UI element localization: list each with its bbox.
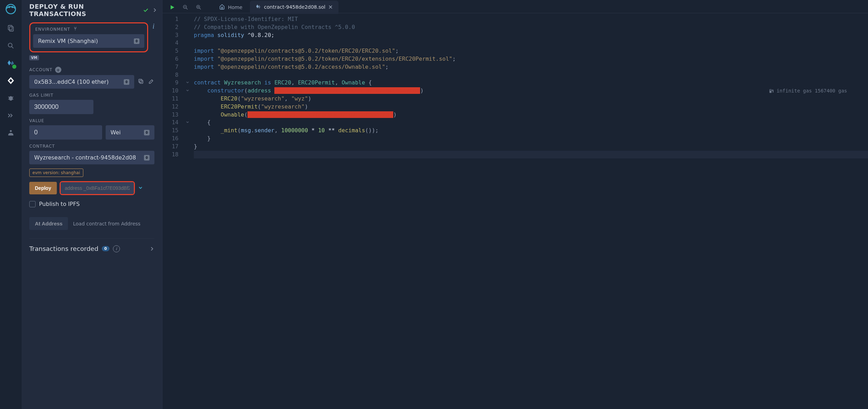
updown-icon bbox=[144, 155, 150, 161]
account-value: 0x5B3...eddC4 (100 ether) bbox=[34, 79, 109, 85]
expand-args-icon[interactable] bbox=[138, 185, 143, 192]
info-icon[interactable]: i bbox=[150, 22, 154, 30]
chevron-right-icon bbox=[150, 246, 154, 251]
search-icon[interactable] bbox=[5, 40, 16, 51]
run-icon[interactable] bbox=[167, 2, 178, 13]
panel-header: DEPLOY & RUN TRANSACTIONS bbox=[22, 0, 162, 20]
code-content[interactable]: // SPDX-License-Identifier: MIT// Compat… bbox=[192, 15, 868, 409]
debugger-icon[interactable] bbox=[5, 92, 16, 104]
deploy-panel: DEPLOY & RUN TRANSACTIONS ENVIRONMENT Re… bbox=[22, 0, 162, 409]
transactions-recorded-row[interactable]: Transactions recorded 0 i bbox=[29, 245, 154, 252]
divider bbox=[29, 238, 154, 239]
deploy-args-highlight bbox=[60, 181, 135, 195]
value-unit-select[interactable]: Wei bbox=[106, 125, 154, 140]
evm-version-note: evm version: shanghai bbox=[29, 169, 83, 177]
compile-success-badge bbox=[12, 64, 17, 69]
line-number-gutter: 123456789101112131415161718 bbox=[162, 15, 183, 409]
svg-marker-15 bbox=[171, 5, 175, 9]
account-label: ACCOUNT + bbox=[29, 67, 154, 73]
plug-icon bbox=[73, 26, 78, 32]
solidity-analyzer-icon[interactable] bbox=[5, 110, 16, 121]
contract-select[interactable]: Wyzresearch - contract-9458de2d08 bbox=[29, 151, 154, 164]
fold-gutter[interactable] bbox=[183, 15, 192, 409]
info-circle-icon[interactable]: i bbox=[113, 245, 120, 252]
at-address-button[interactable]: At Address bbox=[29, 217, 68, 230]
contract-value: Wyzresearch - contract-9458de2d08 bbox=[34, 154, 136, 161]
code-editor[interactable]: 123456789101112131415161718 // SPDX-Lice… bbox=[162, 13, 868, 409]
environment-select[interactable]: Remix VM (Shanghai) bbox=[33, 34, 144, 48]
solidity-file-icon bbox=[256, 4, 261, 10]
close-tab-icon[interactable]: ✕ bbox=[328, 4, 333, 10]
updown-icon bbox=[144, 130, 150, 135]
account-select[interactable]: 0x5B3...eddC4 (100 ether) bbox=[29, 75, 134, 89]
deploy-args-input[interactable] bbox=[61, 182, 134, 194]
edit-account-icon[interactable] bbox=[148, 78, 154, 85]
add-account-icon[interactable]: + bbox=[55, 67, 61, 73]
svg-rect-14 bbox=[140, 80, 143, 83]
environment-highlight: ENVIRONMENT Remix VM (Shanghai) bbox=[29, 22, 148, 52]
activity-bar bbox=[0, 0, 22, 409]
value-label: VALUE bbox=[29, 118, 154, 123]
svg-line-10 bbox=[8, 99, 10, 99]
sol-compiler-icon[interactable] bbox=[5, 58, 16, 69]
svg-line-9 bbox=[12, 97, 14, 97]
deploy-button[interactable]: Deploy bbox=[29, 182, 57, 194]
svg-point-0 bbox=[6, 5, 16, 14]
svg-point-7 bbox=[9, 96, 13, 101]
copy-account-icon[interactable] bbox=[138, 78, 144, 85]
value-unit: Wei bbox=[111, 129, 121, 136]
zoom-in-icon[interactable] bbox=[193, 2, 204, 13]
check-icon bbox=[143, 7, 149, 13]
svg-point-5 bbox=[8, 43, 12, 47]
at-address-hint: Load contract from Address bbox=[73, 221, 140, 226]
environment-value: Remix VM (Shanghai) bbox=[38, 38, 98, 44]
gas-pump-icon bbox=[768, 88, 774, 94]
file-explorer-icon[interactable] bbox=[5, 23, 16, 34]
gas-limit-input[interactable] bbox=[29, 100, 93, 114]
zoom-out-icon[interactable] bbox=[180, 2, 191, 13]
tx-count-badge: 0 bbox=[102, 246, 109, 251]
updown-icon bbox=[134, 38, 139, 44]
updown-icon bbox=[124, 79, 129, 85]
learn-icon[interactable] bbox=[5, 127, 16, 139]
value-input[interactable] bbox=[29, 125, 102, 140]
editor-toolbar: Home contract-9458de2d08.sol ✕ bbox=[162, 0, 868, 13]
tab-contract-file[interactable]: contract-9458de2d08.sol ✕ bbox=[250, 1, 338, 14]
svg-point-12 bbox=[10, 130, 12, 132]
environment-label: ENVIRONMENT bbox=[33, 26, 144, 32]
svg-rect-13 bbox=[139, 79, 142, 82]
deploy-run-icon[interactable] bbox=[5, 75, 16, 86]
svg-rect-4 bbox=[9, 27, 13, 31]
svg-line-8 bbox=[8, 97, 10, 97]
svg-rect-24 bbox=[770, 90, 771, 91]
remix-logo-icon[interactable] bbox=[5, 3, 17, 16]
home-icon bbox=[219, 3, 225, 11]
svg-point-2 bbox=[12, 7, 13, 8]
tab-file-label: contract-9458de2d08.sol bbox=[264, 4, 325, 10]
tab-home[interactable]: Home bbox=[213, 1, 248, 14]
panel-title: DEPLOY & RUN TRANSACTIONS bbox=[29, 3, 139, 17]
svg-line-22 bbox=[199, 8, 201, 9]
publish-ipfs-label: Publish to IPFS bbox=[39, 201, 80, 207]
gas-estimate-note: infinite gas 1567400 gas bbox=[768, 87, 847, 95]
vm-tag: VM bbox=[29, 55, 39, 60]
chevron-right-icon[interactable] bbox=[152, 8, 157, 13]
svg-line-11 bbox=[12, 99, 14, 99]
svg-point-1 bbox=[9, 7, 10, 8]
tab-home-label: Home bbox=[228, 5, 242, 10]
contract-label: CONTRACT bbox=[29, 144, 154, 149]
main-editor-area: Home contract-9458de2d08.sol ✕ 123456789… bbox=[162, 0, 868, 409]
gas-limit-label: GAS LIMIT bbox=[29, 93, 154, 98]
publish-ipfs-checkbox[interactable] bbox=[29, 201, 36, 207]
svg-line-18 bbox=[186, 8, 188, 9]
svg-line-6 bbox=[12, 46, 13, 48]
svg-rect-3 bbox=[8, 25, 12, 30]
transactions-recorded-label: Transactions recorded bbox=[29, 245, 98, 252]
